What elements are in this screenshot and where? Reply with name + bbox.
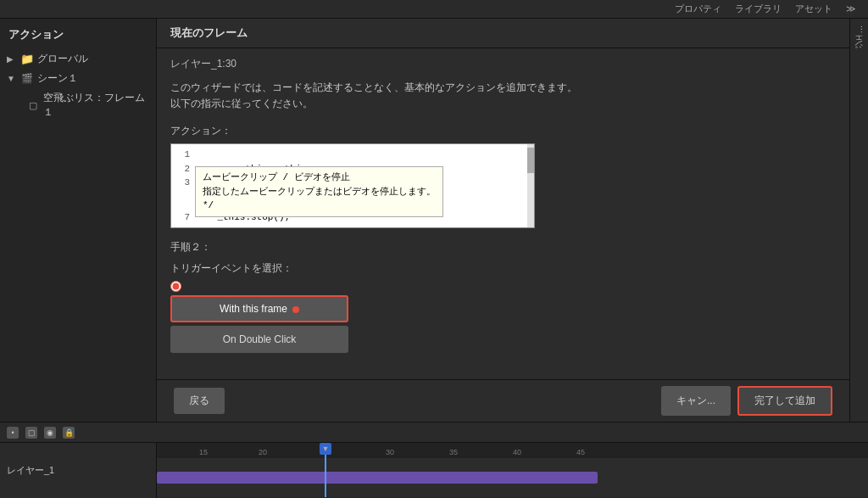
playhead[interactable]: ▼ [325,443,326,458]
trigger-with-frame-button[interactable]: With this frame [170,295,348,322]
dot-icon[interactable]: • [7,427,19,439]
top-bar-tabs: プロパティ ライブラリ アセット ≫ [670,3,861,15]
radio-with-frame[interactable] [170,281,181,292]
timeline-ruler: 15 20 25 30 35 40 45 ▼ [157,443,868,458]
arrow-icon: ▶ [7,54,17,64]
properties-tab[interactable]: プロパティ [670,3,726,15]
right-panel-label: ジェ... [851,22,867,59]
tooltip-line1: ムービークリップ / ビデオを停止 [203,171,436,185]
frame-icon: ▢ [26,98,39,112]
selected-indicator [292,306,299,313]
scrollbar-thumb[interactable] [527,148,534,173]
tooltip-line2: 指定したムービークリップまたはビデオを停止します。 [203,185,436,199]
trigger-double-click-button[interactable]: On Double Click [170,326,348,353]
content-header: 現在のフレーム [157,19,849,48]
scrollbar-v[interactable] [527,144,534,227]
bottom-right: キャン... 完了して追加 [661,386,832,416]
sidebar-title: アクション [0,24,156,49]
arrow-icon [14,101,23,110]
bottom-bar: 戻る キャン... 完了して追加 [157,379,849,422]
frame-icon[interactable]: ▢ [25,427,37,439]
ruler-mark-20: 20 [259,448,267,456]
radio-row[interactable] [170,281,836,292]
ruler-mark-45: 45 [576,448,585,456]
code-line-1: 1 [175,148,531,162]
desc-line2: 以下の指示に従ってください。 [170,96,836,112]
ruler-mark-30: 30 [386,448,394,456]
content-area: 現在のフレーム レイヤー_1:30 このウィザードでは、コードを記述することなく… [157,19,849,422]
sidebar: アクション ▶ 📁 グローバル ▼ 🎬 シーン１ ▢ 空飛ぶリス：フレーム１ [0,19,157,422]
eye-icon[interactable]: ◉ [44,427,56,439]
movie-icon: 🎬 [20,72,34,86]
tooltip-box: ムービークリップ / ビデオを停止 指定したムービークリップまたはビデオを停止し… [195,166,443,217]
back-button[interactable]: 戻る [174,388,225,414]
ruler-mark-35: 35 [449,448,458,456]
sidebar-item-frame1[interactable]: ▢ 空飛ぶリス：フレーム１ [0,88,156,122]
library-tab[interactable]: ライブラリ [730,3,787,15]
folder-icon: 📁 [20,53,34,66]
top-bar: プロパティ ライブラリ アセット ≫ [0,0,868,19]
timeline-layer-label: レイヤー_1 [0,443,157,498]
step2-label: 手順２： [170,240,836,255]
bottom-left: 戻る [174,388,225,414]
cancel-button[interactable]: キャン... [661,386,731,416]
action-label: アクション： [170,124,836,138]
trigger-label: トリガーイベントを選択： [170,261,836,276]
main-layout: アクション ▶ 📁 グローバル ▼ 🎬 シーン１ ▢ 空飛ぶリス：フレーム１ 現… [0,19,868,422]
sidebar-item-global[interactable]: ▶ 📁 グローバル [0,49,156,69]
sidebar-item-label: グローバル [37,52,88,66]
ruler-mark-15: 15 [199,448,208,456]
sidebar-item-label: 空飛ぶリス：フレーム１ [43,91,149,120]
finish-button[interactable]: 完了して追加 [737,386,832,416]
timeline-body: レイヤー_1 15 20 25 30 35 40 45 ▼ [0,443,868,498]
layer-name: レイヤー_1 [7,464,54,477]
timeline-controls: • ▢ ◉ 🔒 [0,422,868,443]
playhead-track-line [325,458,326,497]
trigger-options: With this frame On Double Click [170,295,357,356]
right-panel: ジェ... [849,19,868,422]
sidebar-item-label: シーン１ [37,71,78,86]
content-body: レイヤー_1:30 このウィザードでは、コードを記述することなく、基本的なアクシ… [157,48,849,379]
timeline-track-area[interactable]: 15 20 25 30 35 40 45 ▼ [157,443,868,498]
desc-line1: このウィザードでは、コードを記述することなく、基本的なアクションを追加できます。 [170,80,836,96]
lock-icon[interactable]: 🔒 [63,427,75,439]
description-text: このウィザードでは、コードを記述することなく、基本的なアクションを追加できます。… [170,80,836,112]
playhead-marker[interactable]: ▼ [320,443,331,455]
tooltip-line3: */ [203,199,436,213]
collapse-button[interactable]: ≫ [841,3,861,15]
layer-label: レイヤー_1:30 [170,57,836,71]
code-editor[interactable]: 1 2 var _this = this; 3 /* ムービークリップ / ビデ… [170,143,535,228]
arrow-icon: ▼ [7,74,17,83]
sidebar-item-scene1[interactable]: ▼ 🎬 シーン１ [0,69,156,88]
timeline-track[interactable] [157,458,868,497]
timeline: • ▢ ◉ 🔒 レイヤー_1 15 20 25 30 35 40 45 ▼ [0,422,868,498]
assets-tab[interactable]: アセット [790,3,837,15]
ruler-mark-40: 40 [513,448,521,456]
track-bar [157,472,598,484]
